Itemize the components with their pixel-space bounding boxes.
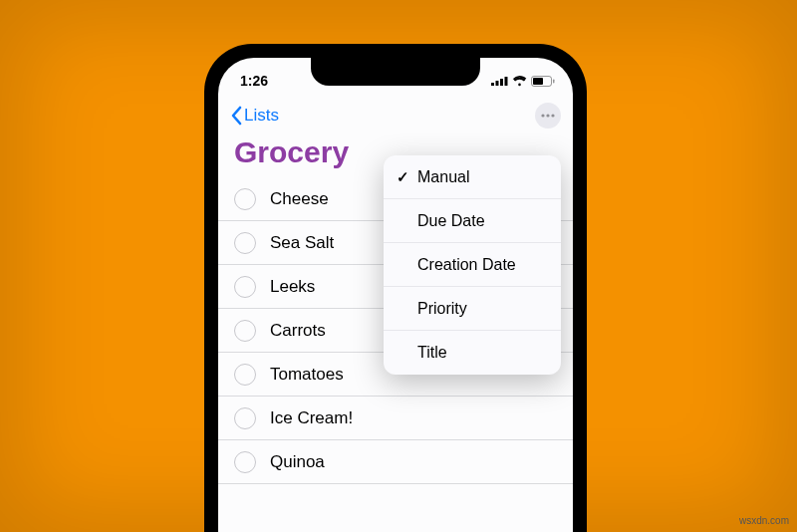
sort-option-label: Creation Date bbox=[417, 256, 516, 274]
phone-frame: 1:26 bbox=[204, 44, 587, 532]
sort-option[interactable]: Creation Date bbox=[384, 243, 561, 287]
checkmark-icon: ✓ bbox=[394, 168, 411, 186]
sort-option[interactable]: Title bbox=[384, 331, 561, 375]
svg-point-7 bbox=[541, 114, 544, 117]
reminder-row[interactable]: Quinoa bbox=[218, 440, 573, 484]
battery-icon bbox=[531, 76, 555, 87]
reminder-row[interactable]: Ice Cream! bbox=[218, 397, 573, 440]
reminder-label: Tomatoes bbox=[270, 365, 344, 385]
status-icons bbox=[491, 76, 555, 87]
status-time: 1:26 bbox=[240, 73, 268, 89]
sort-option-label: Priority bbox=[417, 300, 467, 318]
reminder-label: Leeks bbox=[270, 277, 315, 297]
chevron-left-icon bbox=[230, 106, 242, 126]
wifi-icon bbox=[512, 76, 527, 87]
reminder-complete-toggle[interactable] bbox=[234, 232, 256, 254]
back-button[interactable]: Lists bbox=[230, 106, 279, 126]
sort-option[interactable]: Due Date bbox=[384, 199, 561, 243]
cellular-icon bbox=[491, 76, 508, 86]
svg-point-8 bbox=[546, 114, 549, 117]
svg-rect-3 bbox=[505, 77, 508, 86]
stage: 1:26 bbox=[0, 0, 797, 532]
watermark: wsxdn.com bbox=[739, 515, 789, 526]
reminder-label: Quinoa bbox=[270, 452, 325, 472]
back-label: Lists bbox=[244, 106, 279, 126]
sort-popover: ✓ManualDue DateCreation DatePriorityTitl… bbox=[384, 155, 561, 375]
reminder-complete-toggle[interactable] bbox=[234, 188, 256, 210]
sort-option[interactable]: Priority bbox=[384, 287, 561, 331]
sort-option-label: Manual bbox=[417, 168, 469, 186]
nav-bar: Lists bbox=[218, 98, 573, 133]
reminder-label: Ice Cream! bbox=[270, 408, 353, 428]
sort-option-label: Due Date bbox=[417, 212, 485, 230]
svg-rect-6 bbox=[533, 78, 543, 85]
more-button[interactable] bbox=[535, 103, 561, 129]
svg-rect-2 bbox=[500, 79, 503, 86]
ellipsis-icon bbox=[541, 114, 555, 118]
svg-rect-0 bbox=[491, 83, 494, 86]
reminder-complete-toggle[interactable] bbox=[234, 364, 256, 386]
reminder-complete-toggle[interactable] bbox=[234, 451, 256, 473]
reminder-complete-toggle[interactable] bbox=[234, 320, 256, 342]
reminder-complete-toggle[interactable] bbox=[234, 276, 256, 298]
reminder-label: Cheese bbox=[270, 189, 329, 209]
phone-notch bbox=[311, 58, 480, 86]
reminder-label: Sea Salt bbox=[270, 233, 334, 253]
svg-rect-1 bbox=[496, 81, 499, 86]
sort-option-label: Title bbox=[417, 344, 447, 362]
reminder-label: Carrots bbox=[270, 321, 326, 341]
svg-rect-5 bbox=[553, 79, 555, 83]
reminder-complete-toggle[interactable] bbox=[234, 407, 256, 429]
svg-point-9 bbox=[551, 114, 554, 117]
phone-screen: 1:26 bbox=[218, 58, 573, 532]
sort-option[interactable]: ✓Manual bbox=[384, 155, 561, 199]
